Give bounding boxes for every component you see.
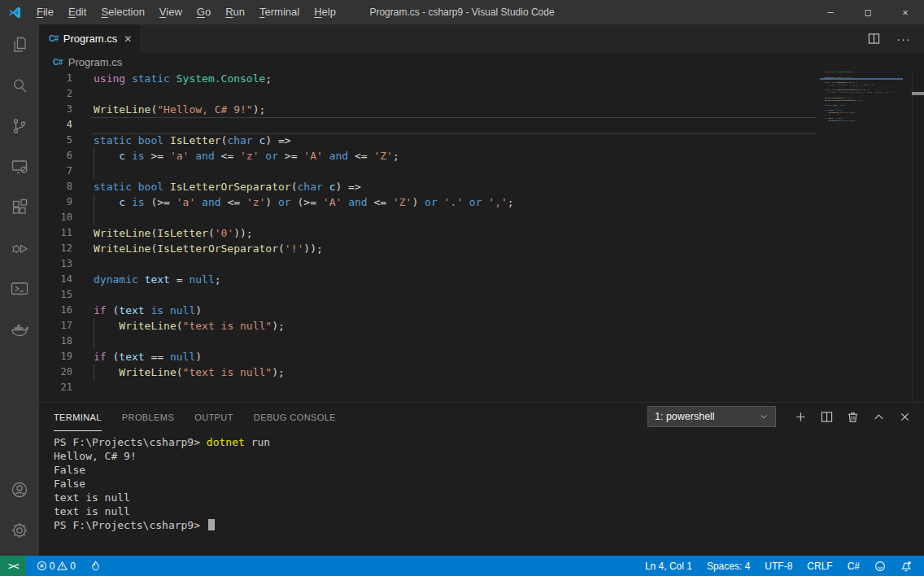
code-line[interactable]: 3WriteLine("Hellow, C# 9!"); <box>39 102 924 117</box>
breadcrumb-file[interactable]: Program.cs <box>68 56 122 68</box>
panel-tab-debug-console[interactable]: DEBUG CONSOLE <box>254 403 336 431</box>
code-text: static bool IsLetter(char c) => <box>72 133 291 148</box>
code-line[interactable]: 6 c is >= 'a' and <= 'z' or >= 'A' and <… <box>39 148 924 164</box>
cursor-position-status[interactable]: Ln 4, Col 1 <box>641 556 696 576</box>
menu-item-selection[interactable]: Selection <box>94 0 151 24</box>
code-line[interactable]: 19if (text == null) <box>39 349 924 364</box>
code-line[interactable]: 9 c is (>= 'a' and <= 'z') or (>= 'A' an… <box>39 194 924 210</box>
code-line[interactable]: 10 <box>39 210 924 225</box>
code-text <box>72 287 94 303</box>
code-line[interactable]: 7 <box>39 164 924 179</box>
panel-tab-problems[interactable]: PROBLEMS <box>122 403 174 431</box>
code-line[interactable]: 21 <box>39 380 924 395</box>
close-button[interactable]: ✕ <box>887 0 924 24</box>
status-bar: >< 0 0 Ln 4, Col 1Spaces: 4UTF-8CRLFC# <box>0 556 924 576</box>
search-icon[interactable] <box>0 65 39 106</box>
main-column: C#Program.cs✕ ··· C# Program.cs 1using s… <box>39 24 924 556</box>
status-right-labels: Ln 4, Col 1Spaces: 4UTF-8CRLFC# <box>641 556 864 576</box>
code-line[interactable]: 11WriteLine(IsLetter('0')); <box>39 225 924 241</box>
run-and-debug-icon[interactable] <box>0 228 39 268</box>
panel-tab-output[interactable]: OUTPUT <box>194 403 233 431</box>
code-text: WriteLine(IsLetter('0')); <box>72 225 253 241</box>
line-number: 10 <box>39 210 72 225</box>
terminal-selector-value: 1: powershell <box>655 411 715 422</box>
remote-explorer-icon[interactable] <box>0 146 39 187</box>
warning-icon <box>57 561 68 571</box>
menu-item-view[interactable]: View <box>152 0 190 24</box>
close-tab-icon[interactable]: ✕ <box>124 33 132 45</box>
flame-status[interactable] <box>86 556 105 576</box>
line-number: 12 <box>39 241 72 256</box>
terminal-selector[interactable]: 1: powershell <box>647 406 776 427</box>
code-text <box>72 86 94 102</box>
breadcrumb[interactable]: C# Program.cs <box>39 53 924 71</box>
code-line[interactable]: 17 WriteLine("text is null"); <box>39 318 924 334</box>
chevron-down-icon <box>759 412 769 421</box>
new-terminal-icon[interactable] <box>795 411 807 423</box>
code-editor[interactable]: 1using static System.Console;23WriteLine… <box>39 71 924 402</box>
close-panel-icon[interactable] <box>899 411 911 423</box>
vscode-logo-icon <box>8 6 22 20</box>
line-number: 17 <box>39 318 72 334</box>
activity-bar <box>0 24 39 556</box>
minimize-button[interactable]: – <box>812 0 849 24</box>
extensions-icon[interactable] <box>0 187 39 228</box>
panel-tab-terminal[interactable]: TERMINAL <box>54 403 102 431</box>
editor-scrollbar[interactable] <box>912 71 924 402</box>
docker-icon[interactable] <box>0 309 39 350</box>
menu-item-edit[interactable]: Edit <box>61 0 94 24</box>
end-of-line-status[interactable]: CRLF <box>803 556 836 576</box>
line-number: 8 <box>39 179 72 194</box>
code-line[interactable]: 14dynamic text = null; <box>39 272 924 287</box>
code-text <box>72 210 94 225</box>
code-line[interactable]: 18 <box>39 334 924 349</box>
split-terminal-icon[interactable] <box>821 411 833 423</box>
workbench: C#Program.cs✕ ··· C# Program.cs 1using s… <box>0 24 924 556</box>
account-icon[interactable] <box>0 469 39 510</box>
menu-item-terminal[interactable]: Terminal <box>252 0 307 24</box>
minimap[interactable]: using static System.Console;WriteLine("H… <box>820 71 903 160</box>
code-line[interactable]: 5static bool IsLetter(char c) => <box>39 133 924 148</box>
terminal-line: PS F:\Projects\csharp9> dotnet run <box>54 435 924 449</box>
error-count: 0 <box>50 561 55 572</box>
terminal-content[interactable]: PS F:\Projects\csharp9> dotnet runHellow… <box>39 431 924 532</box>
code-line[interactable]: 16if (text is null) <box>39 303 924 318</box>
code-line[interactable]: 20 WriteLine("text is null"); <box>39 364 924 380</box>
language-mode-status[interactable]: C# <box>843 556 864 576</box>
menu-item-help[interactable]: Help <box>307 0 343 24</box>
split-editor-icon[interactable] <box>868 33 880 45</box>
notifications-status[interactable] <box>896 556 916 576</box>
more-actions-icon[interactable]: ··· <box>896 32 911 46</box>
explorer-icon[interactable] <box>0 24 39 65</box>
menu-item-run[interactable]: Run <box>218 0 252 24</box>
code-line[interactable]: 4 <box>39 117 924 133</box>
code-line[interactable]: 15 <box>39 287 924 303</box>
panel-controls: 1: powershell <box>647 406 911 427</box>
indentation-status[interactable]: Spaces: 4 <box>703 556 754 576</box>
kill-terminal-icon[interactable] <box>847 411 859 423</box>
source-control-icon[interactable] <box>0 106 39 146</box>
powershell-icon[interactable] <box>0 268 39 309</box>
menu-item-go[interactable]: Go <box>190 0 218 24</box>
code-line[interactable]: 12WriteLine(IsLetterOrSeparator('!')); <box>39 241 924 256</box>
menu-bar: FileEditSelectionViewGoRunTerminalHelp <box>29 0 343 24</box>
code-text: WriteLine(IsLetterOrSeparator('!')); <box>72 241 323 256</box>
problems-status[interactable]: 0 0 <box>33 556 80 576</box>
code-line[interactable]: 1using static System.Console; <box>39 71 924 86</box>
line-number: 20 <box>39 364 72 380</box>
terminal-line: text is null <box>54 491 924 504</box>
line-number: 5 <box>39 133 72 148</box>
menu-item-file[interactable]: File <box>29 0 61 24</box>
line-number: 13 <box>39 256 72 272</box>
line-number: 3 <box>39 102 72 117</box>
code-line[interactable]: 2 <box>39 86 924 102</box>
code-line[interactable]: 8static bool IsLetterOrSeparator(char c)… <box>39 179 924 194</box>
feedback-status[interactable] <box>870 556 890 576</box>
maximize-panel-icon[interactable] <box>873 411 885 423</box>
settings-gear-icon[interactable] <box>0 510 39 551</box>
encoding-status[interactable]: UTF-8 <box>761 556 796 576</box>
code-line[interactable]: 13 <box>39 256 924 272</box>
remote-indicator[interactable]: >< <box>0 556 26 576</box>
tab-program-cs[interactable]: C#Program.cs✕ <box>39 24 140 53</box>
maximize-button[interactable]: □ <box>849 0 887 24</box>
